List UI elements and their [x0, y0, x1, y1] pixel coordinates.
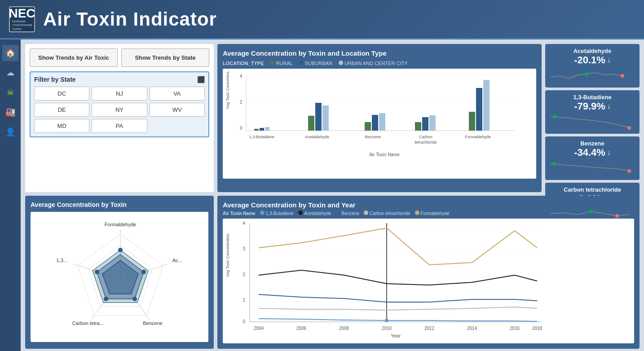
metric-acetaldehyde: Acetaldehyde -20.1% ↓ [545, 44, 640, 88]
bar-chart-title: Average Concentration by Toxin and Locat… [223, 49, 536, 57]
svg-rect-25 [469, 112, 475, 131]
sidebar-nav: 🏠 ☁ ☠ 🏭 👤 [0, 39, 21, 351]
metric-butadiene-arrow: ↓ [607, 102, 611, 110]
top-row: Show Trends by Air Toxic Show Trends by … [25, 44, 640, 192]
page-title: Air Toxin Indicator [43, 9, 217, 30]
svg-point-55 [104, 297, 108, 301]
legend-suburban: SUBURBAN [299, 61, 332, 66]
svg-text:2008: 2008 [339, 326, 349, 331]
metric-carbon-name: Carbon tetrachloride [551, 186, 634, 193]
svg-text:Formaldehyde: Formaldehyde [465, 135, 491, 139]
svg-rect-27 [483, 80, 490, 131]
svg-text:Year: Year [391, 333, 401, 338]
svg-text:Avg Toxic Concentra...: Avg Toxic Concentra... [225, 69, 230, 109]
nav-industry[interactable]: 🏭 [2, 104, 18, 120]
svg-text:tetrachloride: tetrachloride [415, 140, 437, 145]
svg-point-30 [585, 72, 588, 76]
svg-rect-8 [254, 129, 259, 131]
svg-text:2: 2 [243, 272, 245, 277]
svg-rect-20 [415, 122, 421, 131]
svg-text:Air Toxin Name: Air Toxin Name [369, 152, 400, 157]
svg-text:2014: 2014 [467, 326, 477, 331]
svg-text:Carbon: Carbon [419, 135, 432, 139]
svg-text:Acetaldehyde: Acetaldehyde [305, 135, 330, 139]
bar-chart-panel: Average Concentration by Toxin and Locat… [217, 44, 542, 192]
svg-text:1,3...: 1,3... [57, 258, 67, 263]
svg-rect-22 [429, 115, 436, 131]
line-legend-benzene: Benzene [336, 211, 359, 216]
logo-e: E [12, 23, 14, 26]
svg-rect-26 [476, 88, 482, 131]
metric-acetaldehyde-arrow: ↓ [607, 56, 611, 64]
app-header: NEC Northeast Environmental Center Air T… [0, 0, 644, 39]
right-metrics: Acetaldehyde -20.1% ↓ 1 [545, 44, 640, 192]
svg-rect-12 [308, 116, 314, 131]
svg-point-84 [385, 319, 388, 322]
metric-benzene-name: Benzene [551, 140, 634, 147]
metric-acetaldehyde-value: -20.1% ↓ [551, 54, 634, 66]
svg-text:2: 2 [240, 100, 243, 105]
content-area: Show Trends by Air Toxic Show Trends by … [21, 39, 644, 351]
svg-point-32 [553, 115, 557, 118]
logo-c: C [12, 27, 14, 31]
logo: NEC Northeast Environmental Center [9, 6, 35, 32]
state-grid: DC NJ VA DE NY WV MD PA [34, 87, 205, 133]
svg-text:Benzene: Benzene [365, 135, 381, 139]
svg-rect-14 [322, 105, 329, 131]
svg-text:Formaldehyde: Formaldehyde [105, 222, 136, 227]
metric-benzene-trend [551, 158, 634, 176]
filter-section: Filter by State ⬛ DC NJ VA DE NY WV MD P… [30, 71, 209, 137]
bottom-row: Average Concentration by Toxin [25, 196, 640, 349]
svg-point-36 [589, 210, 593, 213]
state-pa[interactable]: PA [92, 119, 147, 133]
svg-text:Carbon tetra...: Carbon tetra... [72, 320, 104, 326]
bar-chart-legend: LOCATION_TYPE RURAL SUBURBAN URBAN AND C… [223, 61, 536, 66]
state-va[interactable]: VA [150, 87, 205, 101]
svg-point-54 [132, 297, 137, 301]
svg-text:2018: 2018 [532, 326, 543, 331]
svg-text:Benzene: Benzene [143, 320, 162, 326]
state-nj[interactable]: NJ [92, 87, 147, 101]
line-legend-acetaldehyde: Acetaldehyde [298, 211, 331, 216]
svg-text:2012: 2012 [424, 326, 435, 331]
nav-air[interactable]: ☁ [2, 65, 18, 81]
bar-chart-area: 4 2 0 Avg Toxic Concentra... [223, 69, 536, 179]
metric-benzene-arrow: ↓ [607, 149, 611, 157]
metric-butadiene-name: 1,3-Butadiene [551, 94, 634, 101]
metric-butadiene: 1,3-Butadiene -79.9% ↓ [545, 90, 640, 134]
state-md[interactable]: MD [34, 119, 89, 133]
metric-acetaldehyde-name: Acetaldehyde [551, 48, 634, 54]
metric-butadiene-value: -79.9% ↓ [551, 101, 634, 112]
state-wv[interactable]: WV [150, 103, 205, 117]
svg-text:0: 0 [240, 126, 243, 131]
line-legend-carbon: Carbon tetrachloride [364, 211, 410, 216]
svg-text:1: 1 [243, 298, 245, 303]
tab-buttons: Show Trends by Air Toxic Show Trends by … [30, 48, 209, 67]
line-legend-formaldehyde: Formaldehyde [415, 211, 450, 216]
tab-state[interactable]: Show Trends by State [121, 48, 209, 67]
svg-text:4: 4 [240, 74, 243, 79]
svg-point-37 [615, 214, 619, 218]
metric-butadiene-trend [551, 112, 634, 130]
svg-point-33 [627, 126, 631, 130]
radar-title: Average Concentration by Toxin [31, 201, 208, 208]
filter-clear-icon[interactable]: ⬛ [197, 76, 205, 83]
svg-text:3: 3 [243, 246, 245, 251]
metric-acetaldehyde-trend [551, 66, 634, 84]
svg-rect-21 [422, 117, 428, 131]
logo-n: N [12, 20, 14, 23]
tab-air-toxic[interactable]: Show Trends by Air Toxic [30, 48, 118, 67]
nav-toxin[interactable]: ☠ [2, 84, 18, 101]
svg-text:2006: 2006 [296, 326, 307, 331]
filter-header: Filter by State ⬛ [34, 76, 205, 83]
state-dc[interactable]: DC [34, 87, 89, 101]
svg-rect-16 [365, 122, 371, 131]
svg-rect-13 [315, 103, 322, 131]
svg-text:Ac...: Ac... [172, 258, 182, 263]
svg-text:4: 4 [243, 221, 245, 226]
line-legend-butadiene: 1,3-Butadiene [260, 211, 294, 216]
nav-home[interactable]: 🏠 [2, 45, 18, 61]
state-ny[interactable]: NY [92, 103, 147, 117]
nav-user[interactable]: 👤 [2, 124, 18, 140]
state-de[interactable]: DE [34, 103, 89, 117]
